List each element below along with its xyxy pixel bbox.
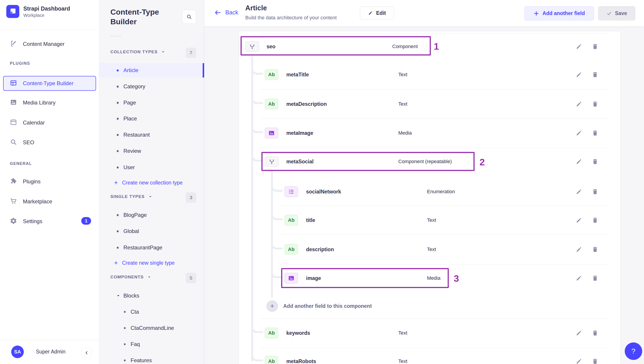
field-name: title <box>306 217 315 223</box>
edit-field-button[interactable] <box>575 71 583 79</box>
chevron-down-icon <box>148 195 152 199</box>
content-type-builder-icon <box>10 79 17 87</box>
collection-type-user[interactable]: User <box>99 160 204 174</box>
delete-field-button[interactable] <box>591 357 599 364</box>
edit-field-button[interactable] <box>575 329 583 337</box>
calendar-icon <box>10 119 17 127</box>
create-single-type-link[interactable]: + Create new single type <box>99 257 204 269</box>
delete-field-button[interactable] <box>591 129 599 137</box>
plus-circle-icon: + <box>266 300 278 312</box>
delete-field-button[interactable] <box>591 188 599 196</box>
cart-icon <box>10 198 17 206</box>
edit-button[interactable]: Edit <box>360 7 394 20</box>
delete-field-button[interactable] <box>591 100 599 108</box>
field-type: Component (repeatable) <box>398 159 452 164</box>
edit-field-button[interactable] <box>575 100 583 108</box>
delete-field-button[interactable] <box>591 245 599 253</box>
page-title: Article <box>245 4 267 12</box>
edit-field-button[interactable] <box>575 129 583 137</box>
edit-field-button[interactable] <box>575 188 583 196</box>
arrow-left-icon <box>214 9 222 16</box>
bullet-icon <box>124 327 126 329</box>
collapse-sidebar-button[interactable] <box>82 347 92 358</box>
field-name: metaSocial <box>286 159 314 165</box>
link-label: Create new collection type <box>122 180 183 186</box>
divider <box>110 36 121 36</box>
collection-type-category[interactable]: Category <box>99 80 204 93</box>
field-type: Text <box>427 217 436 223</box>
component-field-icon <box>245 41 259 52</box>
back-label: Back <box>225 9 238 16</box>
collection-type-place[interactable]: Place <box>99 112 204 126</box>
puzzle-icon <box>10 177 17 186</box>
single-type-blogpage[interactable]: BlogPage <box>99 208 204 222</box>
field-type: Text <box>398 358 407 364</box>
edit-field-button[interactable] <box>575 357 583 364</box>
save-button[interactable]: Save <box>598 6 635 21</box>
bullet-icon <box>117 86 119 88</box>
sidebar-item-content-manager[interactable]: Content Manager <box>10 38 64 50</box>
search-button[interactable] <box>182 10 196 24</box>
create-collection-type-link[interactable]: + Create new collection type <box>99 176 204 189</box>
component-cta[interactable]: Cta <box>99 305 204 319</box>
sidebar-item-seo[interactable]: SEO <box>10 136 34 149</box>
delete-field-button[interactable] <box>591 329 599 337</box>
help-button[interactable]: ? <box>625 342 642 360</box>
item-label: Review <box>124 148 141 154</box>
back-link[interactable]: Back <box>214 9 238 16</box>
sidebar-item-media-library[interactable]: Media Library <box>10 96 56 109</box>
settings-notification-badge: 1 <box>81 217 91 225</box>
field-type: Text <box>427 247 436 252</box>
collection-type-page[interactable]: Page <box>99 96 204 110</box>
single-type-restaurantpage[interactable]: RestaurantPage <box>99 241 204 255</box>
delete-field-button[interactable] <box>591 157 599 165</box>
pencil-icon <box>368 11 373 16</box>
component-faq[interactable]: Faq <box>99 337 204 351</box>
divider <box>280 235 609 235</box>
user-avatar[interactable]: SA <box>11 345 24 358</box>
field-row-metaimage: metaImage Media <box>239 122 620 144</box>
sidebar-item-label: Content Manager <box>23 41 64 47</box>
plus-icon: + <box>114 179 118 186</box>
sidebar-item-calendar[interactable]: Calendar <box>10 116 45 129</box>
field-type: Text <box>398 72 407 78</box>
media-field-icon <box>265 128 278 138</box>
field-name: description <box>306 247 334 253</box>
sidebar-item-content-type-builder[interactable]: Content-Type Builder <box>3 76 96 91</box>
edit-field-button[interactable] <box>575 274 583 282</box>
single-type-global[interactable]: Global <box>99 224 204 238</box>
collection-type-article[interactable]: Article <box>99 63 204 78</box>
app-title: Strapi Dashboard <box>23 5 70 12</box>
delete-field-button[interactable] <box>591 216 599 224</box>
components-header[interactable]: COMPONENTS <box>110 275 151 280</box>
edit-field-button[interactable] <box>575 43 583 51</box>
delete-field-button[interactable] <box>591 71 599 79</box>
collection-type-review[interactable]: Review <box>99 144 204 158</box>
sidebar-item-label: Media Library <box>23 100 56 106</box>
edit-field-button[interactable] <box>575 245 583 253</box>
single-types-header[interactable]: SINGLE TYPES <box>110 194 152 199</box>
sidebar-item-marketplace[interactable]: Marketplace <box>10 195 52 208</box>
bullet-icon <box>124 359 126 361</box>
strapi-logo-icon <box>6 5 19 18</box>
edit-field-button[interactable] <box>575 216 583 224</box>
component-group-blocks[interactable]: Blocks <box>99 289 204 302</box>
annotation-number-2: 2 <box>480 157 485 168</box>
component-features[interactable]: Features <box>99 353 204 364</box>
sidebar-item-plugins[interactable]: Plugins <box>10 175 40 188</box>
delete-field-button[interactable] <box>591 274 599 282</box>
divider <box>280 206 609 206</box>
delete-field-button[interactable] <box>591 43 599 51</box>
section-label: COLLECTION TYPES <box>110 49 158 54</box>
edit-field-button[interactable] <box>575 157 583 165</box>
collection-types-header[interactable]: COLLECTION TYPES <box>110 49 165 54</box>
component-ctacommandline[interactable]: CtaCommandLine <box>99 321 204 335</box>
collection-type-restaurant[interactable]: Restaurant <box>99 128 204 142</box>
field-type: Media <box>398 130 412 136</box>
field-name: metaRobots <box>286 358 316 364</box>
content-type-builder-panel: Content-Type Builder COLLECTION TYPES 7 … <box>99 0 204 364</box>
bullet-icon <box>117 166 119 168</box>
add-another-field-button[interactable]: Add another field <box>524 6 594 21</box>
app-sidebar: Strapi Dashboard Workplace Content Manag… <box>0 0 99 364</box>
sidebar-item-settings[interactable]: Settings <box>10 215 42 228</box>
